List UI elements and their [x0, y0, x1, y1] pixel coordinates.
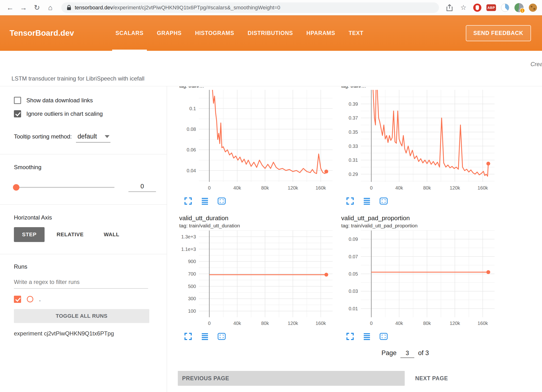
horizontal-axis-buttons: STEP RELATIVE WALL	[14, 227, 167, 242]
experiment-id-label: experiment cj2vtPiwQHKN9Q1tx6PTpg	[14, 330, 167, 337]
horizontal-lines-icon[interactable]	[200, 332, 209, 341]
fullscreen-icon[interactable]	[184, 196, 193, 206]
tab-scalars[interactable]: SCALARS	[109, 15, 150, 51]
svg-text:160k: 160k	[316, 185, 326, 190]
axis-wall-button[interactable]: WALL	[96, 227, 127, 242]
abp-extension-icon[interactable]: ABP	[485, 2, 497, 13]
ignore-outliers-label: Ignore outliers in chart scaling	[26, 110, 103, 117]
cookie-icon[interactable]	[527, 2, 539, 13]
page-label: Page	[381, 349, 397, 357]
svg-text:300: 300	[188, 296, 196, 301]
pie-extension-icon[interactable]	[499, 2, 511, 13]
show-download-checkbox[interactable]	[14, 97, 21, 104]
divider	[0, 154, 167, 154]
scalar-chart-4[interactable]: 040k80k120k160k0.010.030.050.070.09	[340, 230, 498, 328]
chart-card-2: tag: train/… 040k80k120k160k0.290.310.33…	[340, 86, 498, 207]
smoothing-slider[interactable]	[14, 187, 115, 188]
runs-label: Runs	[14, 263, 167, 270]
chart-tag: tag: train/valid_utt_pad_proportion	[341, 223, 498, 229]
forward-button[interactable]: →	[17, 2, 30, 13]
back-button[interactable]: ←	[3, 2, 17, 13]
fit-domain-icon[interactable]	[379, 332, 388, 341]
next-page-button[interactable]: NEXT PAGE	[412, 371, 542, 386]
tab-histograms[interactable]: HISTOGRAMS	[188, 15, 241, 51]
run-checkbox[interactable]	[14, 296, 21, 303]
tab-hparams[interactable]: HPARAMS	[300, 15, 342, 51]
clipped-chart-tag: tag: train/…	[341, 86, 498, 89]
fullscreen-icon[interactable]	[184, 332, 193, 341]
svg-text:500: 500	[188, 284, 196, 289]
svg-text:0: 0	[208, 185, 211, 190]
svg-text:120k: 120k	[450, 321, 460, 326]
send-feedback-button[interactable]: SEND FEEDBACK	[466, 25, 531, 41]
url-domain: tensorboard.dev	[75, 5, 113, 11]
svg-text:0.08: 0.08	[187, 127, 196, 132]
smoothing-slider-thumb[interactable]	[13, 184, 19, 190]
tab-graphs[interactable]: GRAPHS	[150, 15, 188, 51]
svg-text:0.35: 0.35	[349, 129, 358, 135]
scalar-chart-1[interactable]: 040k80k120k160k0.040.060.080.1	[178, 89, 336, 193]
bookmark-star-icon[interactable]: ☆	[458, 2, 469, 13]
svg-text:0.03: 0.03	[349, 288, 358, 294]
ignore-outliers-checkbox[interactable]	[14, 110, 21, 117]
svg-text:900: 900	[188, 259, 196, 264]
fit-domain-icon[interactable]	[217, 332, 226, 341]
axis-relative-button[interactable]: RELATIVE	[48, 227, 92, 242]
browser-actions: ☆ ABP 1	[444, 2, 539, 13]
svg-text:160k: 160k	[316, 321, 326, 326]
tooltip-sorting-row: Tooltip sorting method: default	[14, 133, 167, 143]
horizontal-lines-icon[interactable]	[200, 196, 209, 206]
svg-text:0.33: 0.33	[349, 144, 358, 149]
svg-text:0: 0	[370, 321, 373, 326]
scalar-chart-2[interactable]: 040k80k120k160k0.290.310.330.350.370.39	[340, 89, 498, 193]
toggle-all-runs-button[interactable]: TOGGLE ALL RUNS	[14, 309, 149, 323]
show-download-row[interactable]: Show data download links	[14, 97, 167, 104]
fullscreen-icon[interactable]	[346, 332, 355, 341]
address-bar[interactable]: tensorboard.dev /experiment/cj2vtPiwQHKN…	[61, 2, 439, 13]
svg-text:160k: 160k	[478, 321, 488, 326]
adblock-extension-icon[interactable]	[472, 2, 483, 13]
app-header: TensorBoard.dev SCALARS GRAPHS HISTOGRAM…	[0, 15, 542, 51]
tooltip-sorting-select[interactable]: default	[76, 133, 110, 143]
svg-text:0.07: 0.07	[349, 254, 358, 259]
runs-filter-input[interactable]	[14, 277, 148, 289]
svg-text:1.3e+3: 1.3e+3	[181, 234, 196, 239]
page-of-label: of 3	[418, 349, 429, 357]
tooltip-sorting-label: Tooltip sorting method:	[14, 133, 72, 140]
charts-grid: tag: train/… 040k80k120k160k0.040.060.08…	[167, 86, 542, 343]
tab-distributions[interactable]: DISTRIBUTIONS	[241, 15, 300, 51]
fit-domain-icon[interactable]	[379, 196, 388, 206]
home-button[interactable]: ⌂	[44, 2, 57, 13]
share-icon[interactable]	[444, 2, 455, 13]
svg-text:0.37: 0.37	[349, 115, 358, 121]
profile-avatar[interactable]: 1	[513, 2, 525, 13]
pie-glyph	[501, 4, 509, 12]
svg-text:0.39: 0.39	[349, 101, 358, 107]
previous-page-button[interactable]: PREVIOUS PAGE	[178, 371, 405, 386]
horizontal-lines-icon[interactable]	[362, 332, 371, 341]
axis-step-button[interactable]: STEP	[14, 227, 45, 242]
horizontal-axis-label: Horizontal Axis	[14, 214, 167, 221]
chart-actions-4	[346, 330, 498, 343]
fullscreen-icon[interactable]	[346, 196, 355, 206]
smoothing-value-input[interactable]	[128, 183, 156, 192]
svg-text:80k: 80k	[261, 185, 269, 190]
fit-domain-icon[interactable]	[217, 196, 226, 206]
svg-text:0.09: 0.09	[349, 236, 358, 242]
reload-button[interactable]: ↻	[30, 2, 44, 13]
svg-text:0.06: 0.06	[187, 147, 196, 152]
subheader: Crea LSTM transducer training for LibriS…	[0, 51, 542, 86]
run-row[interactable]: .	[14, 295, 167, 303]
ignore-outliers-row[interactable]: Ignore outliers in chart scaling	[14, 110, 167, 117]
page-number-input[interactable]	[400, 350, 414, 358]
svg-text:80k: 80k	[423, 321, 431, 326]
svg-text:120k: 120k	[288, 321, 298, 326]
experiment-description: LSTM transducer training for LibriSpeech…	[12, 75, 144, 82]
run-name: .	[39, 295, 41, 303]
url-path: /experiment/cj2vtPiwQHKN9Q1tx6PTpg/#scal…	[113, 5, 280, 11]
tab-text[interactable]: TEXT	[342, 15, 370, 51]
scalar-chart-3[interactable]: 040k80k120k160k1003005007009001.1e+31.3e…	[178, 230, 336, 328]
svg-text:0.01: 0.01	[349, 306, 358, 311]
charts-main: tag: train/… 040k80k120k160k0.040.060.08…	[167, 86, 542, 392]
horizontal-lines-icon[interactable]	[362, 196, 371, 206]
